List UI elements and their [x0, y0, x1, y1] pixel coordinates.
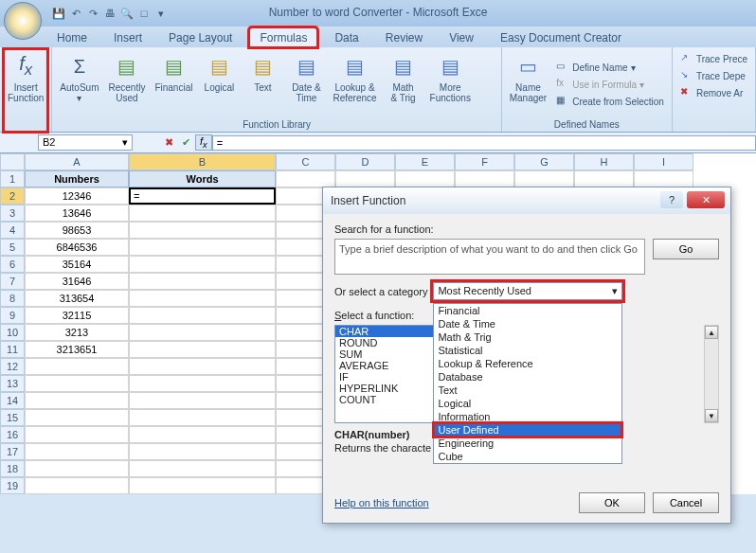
go-button[interactable]: Go [653, 239, 719, 259]
tab-insert[interactable]: Insert [104, 28, 152, 47]
row-header[interactable]: 7 [0, 273, 25, 290]
cell[interactable]: 13646 [25, 205, 129, 222]
recently-used-button[interactable]: ▤Recently Used [105, 49, 150, 119]
cell[interactable]: 6846536 [25, 239, 129, 256]
row-header[interactable]: 2 [0, 187, 25, 205]
row-header[interactable]: 6 [0, 256, 25, 273]
scroll-down-icon[interactable]: ▼ [705, 409, 718, 422]
cell[interactable] [25, 358, 129, 375]
cell[interactable] [129, 205, 276, 222]
row-header[interactable]: 15 [0, 409, 25, 426]
remove-arrows-button[interactable]: ✖Remove Ar [678, 85, 749, 100]
cell[interactable]: 3213 [25, 324, 129, 341]
office-button[interactable] [4, 2, 42, 40]
row-header[interactable]: 12 [0, 358, 25, 375]
cell[interactable] [129, 307, 276, 324]
cell[interactable] [129, 358, 276, 375]
cell[interactable] [455, 170, 514, 187]
function-item[interactable]: COUNT [335, 394, 438, 405]
function-item[interactable]: HYPERLINK [335, 383, 438, 394]
cell[interactable] [129, 477, 276, 494]
col-header-i[interactable]: I [634, 153, 693, 170]
cancel-button[interactable]: Cancel [653, 492, 719, 513]
cell[interactable]: 35164 [25, 256, 129, 273]
tab-formulas[interactable]: Formulas [249, 27, 317, 47]
function-list-scrollbar[interactable]: ▲ ▼ [704, 325, 719, 423]
cell[interactable] [129, 460, 276, 477]
function-list[interactable]: CHARROUNDSUMAVERAGEIFHYPERLINKCOUNT [334, 325, 439, 423]
category-option[interactable]: Engineering [434, 437, 621, 450]
category-option[interactable]: User Defined [434, 423, 621, 437]
tab-view[interactable]: View [440, 28, 483, 47]
math-trig-button[interactable]: ▤Math & Trig [383, 49, 424, 119]
row-header[interactable]: 10 [0, 324, 25, 341]
dialog-close-button[interactable]: ✕ [687, 191, 725, 208]
row-header[interactable]: 18 [0, 460, 25, 477]
save-icon[interactable]: 💾 [51, 6, 66, 21]
cell[interactable] [514, 170, 574, 187]
row-header[interactable]: 16 [0, 426, 25, 443]
row-header[interactable]: 17 [0, 443, 25, 460]
category-option[interactable]: Cube [434, 450, 621, 463]
cell[interactable] [25, 443, 129, 460]
cell[interactable] [129, 409, 276, 426]
cell[interactable] [634, 170, 693, 187]
trace-precedents-button[interactable]: ↗Trace Prece [678, 51, 749, 66]
cell[interactable] [129, 324, 276, 341]
category-option[interactable]: Math & Trig [434, 330, 621, 344]
cell[interactable] [25, 460, 129, 477]
row-header[interactable]: 4 [0, 222, 25, 239]
col-header-f[interactable]: F [455, 153, 514, 170]
cell[interactable] [129, 341, 276, 358]
category-option[interactable]: Text [434, 384, 621, 397]
autosum-button[interactable]: ΣAutoSum▾ [56, 49, 102, 119]
cancel-formula-icon[interactable]: ✖ [161, 135, 176, 151]
cell[interactable] [129, 426, 276, 443]
col-header-c[interactable]: C [276, 153, 335, 170]
cell[interactable] [395, 170, 455, 187]
text-button[interactable]: ▤Text [242, 49, 283, 119]
help-link[interactable]: Help on this function [334, 497, 429, 508]
namebox-dropdown-icon[interactable]: ▾ [122, 136, 128, 149]
category-option[interactable]: Financial [434, 304, 621, 317]
dialog-help-button[interactable]: ? [660, 191, 683, 208]
fx-button[interactable]: fx [195, 134, 212, 151]
cell[interactable]: 98653 [25, 222, 129, 239]
cell[interactable]: 313654 [25, 290, 129, 307]
row-header[interactable]: 14 [0, 392, 25, 409]
more-functions-button[interactable]: ▤More Functions [426, 49, 475, 119]
scroll-up-icon[interactable]: ▲ [705, 326, 718, 339]
qat-more-icon[interactable]: ▾ [153, 6, 169, 21]
row-header[interactable]: 8 [0, 290, 25, 307]
cell[interactable] [129, 443, 276, 460]
tab-easy-doc[interactable]: Easy Document Creator [491, 28, 631, 47]
row-header[interactable]: 5 [0, 239, 25, 256]
col-header-d[interactable]: D [335, 153, 395, 170]
cell[interactable]: 31646 [25, 273, 129, 290]
cell[interactable]: Words [129, 170, 276, 187]
tab-review[interactable]: Review [376, 28, 432, 47]
redo-icon[interactable]: ↷ [85, 6, 100, 21]
col-header-e[interactable]: E [395, 153, 455, 170]
cell[interactable] [129, 290, 276, 307]
cell[interactable]: Numbers [25, 170, 129, 187]
cell[interactable] [129, 273, 276, 290]
formula-input[interactable]: = [212, 135, 756, 151]
lookup-button[interactable]: ▤Lookup & Reference [329, 49, 380, 119]
name-box[interactable]: B2▾ [38, 134, 133, 151]
cell[interactable] [129, 222, 276, 239]
use-in-formula-button[interactable]: fxUse in Formula ▾ [554, 77, 666, 92]
date-time-button[interactable]: ▤Date & Time [285, 49, 327, 119]
cell[interactable] [335, 170, 395, 187]
category-option[interactable]: Lookup & Reference [434, 357, 621, 370]
select-all-corner[interactable] [0, 153, 25, 170]
preview-icon[interactable]: 🔍 [119, 6, 135, 21]
col-header-h[interactable]: H [574, 153, 634, 170]
cell[interactable] [129, 239, 276, 256]
cell[interactable] [129, 375, 276, 392]
category-option[interactable]: Statistical [434, 344, 621, 357]
function-item[interactable]: AVERAGE [335, 360, 438, 371]
function-item[interactable]: CHAR [335, 326, 438, 337]
col-header-a[interactable]: A [25, 153, 129, 170]
category-option[interactable]: Date & Time [434, 317, 621, 330]
